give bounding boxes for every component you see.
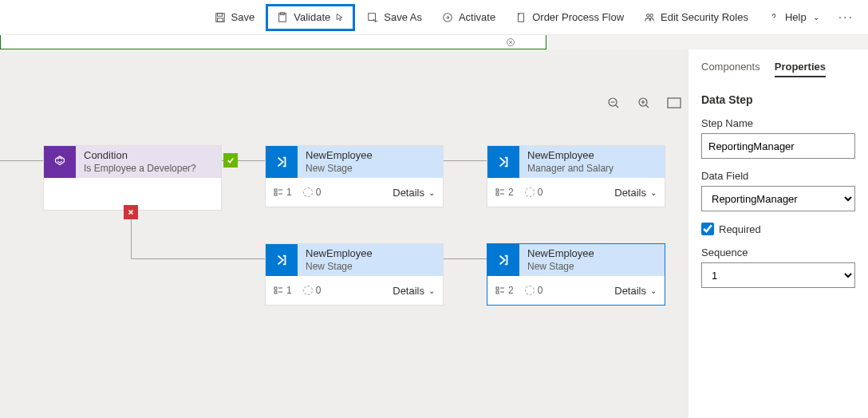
step-count: 2 <box>495 285 514 296</box>
pending-count: 0 <box>525 285 543 296</box>
stage-subtitle: New Stage <box>527 261 657 274</box>
svg-rect-15 <box>496 189 499 191</box>
svg-point-8 <box>650 14 653 17</box>
dotted-circle-icon <box>525 187 535 197</box>
pending-count: 0 <box>525 187 543 198</box>
save-as-icon <box>366 11 379 24</box>
canvas: Condition Is Employee a Developer? NewEm… <box>0 49 688 418</box>
yes-badge <box>223 153 238 168</box>
svg-rect-19 <box>496 287 499 290</box>
stage-card-selected[interactable]: NewEmployee New Stage 2 0 Details ⌄ <box>487 243 665 306</box>
more-button[interactable]: ··· <box>831 6 862 30</box>
svg-rect-17 <box>274 287 277 290</box>
dotted-circle-icon <box>303 286 313 295</box>
save-icon <box>214 11 227 24</box>
sequence-label: Sequence <box>701 246 855 258</box>
stage-icon <box>266 146 298 178</box>
step-count: 1 <box>274 285 292 296</box>
stage-subtitle: New Stage <box>306 261 435 274</box>
data-field-select[interactable]: ReportingManager <box>701 186 855 211</box>
stage-subtitle: New Stage <box>306 163 435 175</box>
panel-tabs: Components Properties <box>688 49 868 85</box>
chevron-down-icon: ⌄ <box>813 13 819 22</box>
stage-title: NewEmployee <box>306 149 435 163</box>
connector-line <box>444 258 487 259</box>
toolbar: Save Validate Save As Activate Order Pro… <box>0 0 868 35</box>
step-name-input[interactable] <box>701 133 855 159</box>
condition-title: Condition <box>84 149 213 163</box>
connector-line <box>131 258 265 259</box>
svg-rect-5 <box>369 13 376 20</box>
activate-button[interactable]: Activate <box>433 6 503 29</box>
stage-icon <box>487 244 519 276</box>
pending-count: 0 <box>303 187 322 198</box>
stage-title: NewEmployee <box>306 247 435 261</box>
svg-rect-18 <box>274 291 277 294</box>
step-count: 2 <box>495 187 514 198</box>
activate-icon <box>441 11 454 24</box>
data-field-label: Data Field <box>701 170 855 182</box>
stage-subtitle: Manager and Salary <box>527 163 657 175</box>
validate-button[interactable]: Validate <box>266 4 355 31</box>
stage-card[interactable]: NewEmployee Manager and Salary 2 0 Detai… <box>487 145 665 207</box>
dotted-circle-icon <box>525 286 535 295</box>
pending-count: 0 <box>303 285 322 296</box>
sequence-select[interactable]: 1 <box>701 262 855 288</box>
zoom-in-icon[interactable] <box>637 96 651 110</box>
stage-title: NewEmployee <box>527 149 657 163</box>
svg-point-7 <box>647 14 650 17</box>
chevron-down-icon: ⌄ <box>650 286 657 295</box>
validate-icon <box>276 11 289 24</box>
connector-line <box>444 160 487 161</box>
details-link[interactable]: Details ⌄ <box>614 285 657 297</box>
cursor-icon <box>335 13 345 22</box>
help-icon <box>767 11 780 24</box>
details-link[interactable]: Details ⌄ <box>393 285 435 297</box>
svg-rect-16 <box>496 193 499 195</box>
chevron-down-icon: ⌄ <box>428 188 435 197</box>
condition-subtitle: Is Employee a Developer? <box>84 163 213 175</box>
save-as-button[interactable]: Save As <box>358 6 430 29</box>
stage-card[interactable]: NewEmployee New Stage 1 0 Details ⌄ <box>265 243 444 306</box>
step-name-label: Step Name <box>701 117 855 129</box>
chevron-down-icon: ⌄ <box>650 188 657 197</box>
stage-card[interactable]: NewEmployee New Stage 1 0 Details ⌄ <box>265 145 444 207</box>
order-icon <box>515 11 527 24</box>
svg-rect-14 <box>274 193 277 195</box>
details-link[interactable]: Details ⌄ <box>393 187 435 199</box>
tab-properties[interactable]: Properties <box>775 61 826 77</box>
status-close-button[interactable] <box>504 36 517 49</box>
properties-panel: Components Properties Data Step Step Nam… <box>688 49 868 418</box>
panel-heading: Data Step <box>701 93 855 106</box>
roles-icon <box>643 11 656 24</box>
help-button[interactable]: Help ⌄ <box>760 6 827 29</box>
save-button[interactable]: Save <box>206 6 263 29</box>
chevron-down-icon: ⌄ <box>428 286 435 295</box>
order-flow-button[interactable]: Order Process Flow <box>507 6 632 29</box>
required-checkbox[interactable] <box>701 223 714 235</box>
fit-screen-icon[interactable] <box>667 96 681 110</box>
condition-card[interactable]: Condition Is Employee a Developer? <box>43 145 222 211</box>
zoom-out-icon[interactable] <box>606 96 621 110</box>
status-bar <box>0 35 546 49</box>
svg-rect-12 <box>668 98 681 108</box>
stage-icon <box>487 146 519 178</box>
details-link[interactable]: Details ⌄ <box>614 187 657 199</box>
svg-rect-20 <box>496 291 499 294</box>
svg-rect-1 <box>217 13 222 16</box>
required-label: Required <box>719 223 761 235</box>
stage-title: NewEmployee <box>527 247 657 261</box>
dotted-circle-icon <box>303 187 313 197</box>
condition-icon <box>44 146 76 178</box>
no-badge <box>124 205 138 219</box>
edit-roles-button[interactable]: Edit Security Roles <box>635 6 756 29</box>
svg-rect-13 <box>274 189 277 191</box>
step-count: 1 <box>274 187 292 198</box>
canvas-toolbar <box>606 96 681 110</box>
svg-rect-2 <box>217 18 223 21</box>
tab-components[interactable]: Components <box>701 61 760 77</box>
stage-icon <box>266 244 298 276</box>
connector-line <box>0 160 43 161</box>
